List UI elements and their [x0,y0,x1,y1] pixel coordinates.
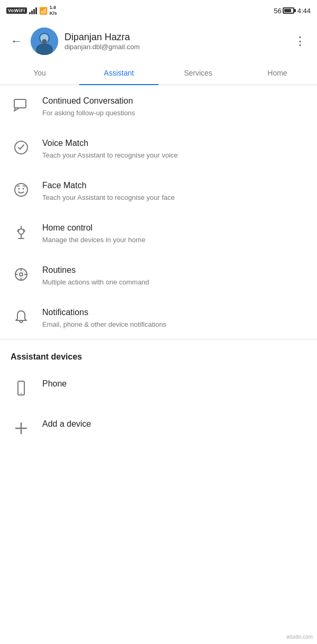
notifications-item[interactable]: Notifications Email, phone & other devic… [0,297,317,339]
chat-icon [11,95,32,116]
assistant-devices-section: Assistant devices Phone Add a device [0,339,317,448]
phone-device-item[interactable]: Phone [0,368,317,408]
bell-icon [11,306,32,327]
continued-conversation-text: Continued Conversation For asking follow… [42,95,306,118]
svg-point-8 [15,183,27,196]
signal-bar-4 [35,7,37,14]
face-match-desc: Teach your Assistant to recognise your f… [42,193,306,203]
status-right: 56 4:44 [274,7,311,15]
speed-text: 1.6K/s [50,5,57,16]
face-match-icon [11,179,32,200]
continued-conversation-title: Continued Conversation [42,96,306,107]
back-arrow-icon: ← [11,34,22,48]
status-bar: VoWiFi 📶 1.6K/s 56 4:44 [0,0,317,21]
profile-header: ← Dipanjan Hazra dipanjan.dbl@gmail.com … [0,21,317,61]
user-name: Dipanjan Hazra [64,32,286,43]
tab-assistant[interactable]: Assistant [79,61,158,85]
signal-bar-2 [31,11,33,14]
svg-point-14 [17,271,25,278]
routines-item[interactable]: Routines Multiple actions with one comma… [0,254,317,297]
add-device-item[interactable]: Add a device [0,408,317,448]
avatar-image [31,27,58,55]
assistant-devices-header: Assistant devices [0,339,317,368]
time-display: 4:44 [297,7,311,15]
battery-icon [283,7,294,14]
voice-match-desc: Teach your Assistant to recognise your v… [42,151,306,160]
home-control-item[interactable]: Home control Manage the devices in your … [0,212,317,254]
signal-bar-3 [33,9,35,14]
add-device-text: Add a device [42,418,306,430]
home-control-title: Home control [42,223,306,234]
routines-title: Routines [42,265,306,276]
watermark: wsxdn.com [286,634,313,640]
svg-point-10 [23,188,24,189]
tab-bar: You Assistant Services Home [0,61,317,85]
signal-bar-1 [29,12,31,14]
home-control-text: Home control Manage the devices in your … [42,222,306,245]
voice-match-item[interactable]: Voice Match Teach your Assistant to reco… [0,127,317,170]
routines-desc: Multiple actions with one command [42,278,306,287]
voice-match-text: Voice Match Teach your Assistant to reco… [42,137,306,160]
svg-point-11 [18,229,24,234]
wifi-icon: 📶 [39,7,48,15]
signal-bars [29,7,37,14]
phone-icon [11,378,32,399]
svg-point-13 [20,273,23,276]
continued-conversation-item[interactable]: Continued Conversation For asking follow… [0,85,317,127]
add-icon [11,418,32,439]
settings-list: Continued Conversation For asking follow… [0,85,317,339]
tab-home[interactable]: Home [238,61,317,85]
home-control-icon [11,222,32,243]
routines-text: Routines Multiple actions with one comma… [42,264,306,287]
voice-match-icon [11,137,32,158]
more-options-button[interactable]: ⋮ [292,32,309,50]
avatar [31,27,58,55]
user-email: dipanjan.dbl@gmail.com [64,43,286,51]
notifications-desc: Email, phone & other device notification… [42,320,306,329]
notifications-title: Notifications [42,307,306,318]
battery-container: 56 [274,7,294,15]
add-device-label: Add a device [42,419,306,430]
notifications-text: Notifications Email, phone & other devic… [42,306,306,329]
face-match-title: Face Match [42,180,306,191]
status-left: VoWiFi 📶 1.6K/s [6,5,57,16]
back-button[interactable]: ← [8,32,24,50]
svg-point-16 [21,393,22,394]
svg-rect-6 [14,99,26,108]
tab-services[interactable]: Services [158,61,238,85]
continued-conversation-desc: For asking follow-up questions [42,108,306,118]
phone-device-label: Phone [42,379,306,390]
voice-match-title: Voice Match [42,138,306,149]
user-info: Dipanjan Hazra dipanjan.dbl@gmail.com [64,32,286,51]
home-control-desc: Manage the devices in your home [42,235,306,245]
tab-you[interactable]: You [0,61,79,85]
battery-fill [284,9,292,12]
face-match-item[interactable]: Face Match Teach your Assistant to recog… [0,170,317,212]
phone-device-text: Phone [42,378,306,390]
svg-point-9 [18,188,20,189]
battery-level: 56 [274,7,281,15]
vowifi-badge: VoWiFi [6,7,27,14]
svg-point-5 [42,39,46,43]
routines-icon [11,264,32,285]
face-match-text: Face Match Teach your Assistant to recog… [42,179,306,203]
